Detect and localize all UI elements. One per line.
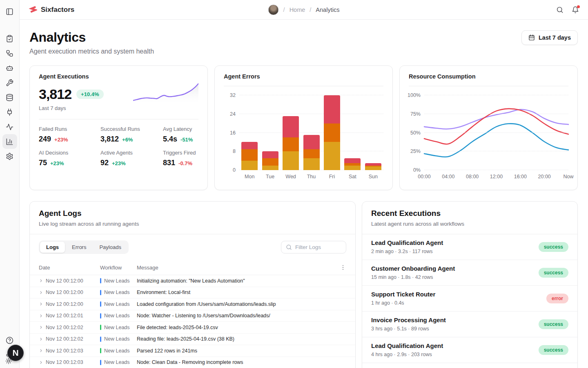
execution-row[interactable]: Lead Qualification Agent4 hrs ago · 2.9s… xyxy=(362,337,577,363)
bar-segment-medium xyxy=(283,137,299,151)
search-icon[interactable] xyxy=(556,6,564,13)
chevron-right-icon[interactable] xyxy=(39,314,46,318)
bar-segment-low xyxy=(303,158,320,170)
bar-segment-critical xyxy=(241,142,258,149)
execution-meta: 2 min ago · 3.2s · 117 rows xyxy=(371,249,443,254)
agent-errors-yaxis: 08162432 xyxy=(224,95,239,170)
y-axis-label: 0 xyxy=(233,167,236,173)
log-row[interactable]: Nov 12 00:12:03New LeadsNode: Clean Data… xyxy=(30,357,355,368)
notification-dot xyxy=(577,5,580,8)
execution-row[interactable]: Lead Qualification Agent2 min ago · 3.2s… xyxy=(362,234,577,260)
log-row[interactable]: Nov 12 00:12:00New LeadsInitializing aut… xyxy=(30,275,355,287)
panel-toggle-icon[interactable] xyxy=(2,4,17,19)
app-root: N Sixfactors /Home/Analytics xyxy=(0,0,588,368)
settings-icon[interactable] xyxy=(2,149,17,164)
status-badge: success xyxy=(539,345,568,355)
execution-row[interactable]: Invoice Processing Agent3 hrs ago · 5.1s… xyxy=(362,312,577,337)
log-row[interactable]: Nov 12 00:12:00New LeadsLoaded configura… xyxy=(30,298,355,310)
filter-logs-input[interactable] xyxy=(281,241,346,254)
tab-errors[interactable]: Errors xyxy=(66,242,92,253)
workflow-icon[interactable] xyxy=(2,46,17,61)
bar-segment-critical xyxy=(303,135,320,149)
bot-icon[interactable] xyxy=(2,61,17,75)
stat-delta: +23% xyxy=(54,137,68,143)
logs-toolbar: LogsErrorsPayloads xyxy=(30,234,355,260)
bar-chart-icon[interactable] xyxy=(2,134,17,149)
execution-name: Invoice Processing Agent xyxy=(371,316,446,323)
stat-delta: +23% xyxy=(112,160,126,166)
bell-icon[interactable] xyxy=(572,6,579,13)
execution-row[interactable]: Support Ticket Router1 hr ago · 0.4serro… xyxy=(362,286,577,312)
bar-segment-low xyxy=(365,166,381,170)
logs-title: Agent Logs xyxy=(39,209,346,218)
bar-segment-medium xyxy=(324,123,340,142)
workflow-color-bar xyxy=(100,348,101,353)
filter-logs-field[interactable] xyxy=(295,244,341,250)
agent-errors-plot xyxy=(239,95,383,170)
page-subtitle: Agent execution metrics and system healt… xyxy=(29,48,154,55)
page-header: Analytics Agent execution metrics and sy… xyxy=(29,29,578,55)
y-axis-label: 100% xyxy=(408,92,421,98)
log-workflow: New Leads xyxy=(100,336,137,342)
calendar-icon xyxy=(528,34,535,41)
executions-delta-badge: +10.4% xyxy=(76,90,103,99)
log-row[interactable]: Nov 12 00:12:03New LeadsParsed 122 rows … xyxy=(30,345,355,357)
main-area: Sixfactors /Home/Analytics Analytics Age xyxy=(20,0,588,368)
nextjs-dev-badge[interactable]: N xyxy=(7,345,24,361)
logs-tabs: LogsErrorsPayloads xyxy=(39,240,129,254)
date-range-button[interactable]: Last 7 days xyxy=(521,30,578,45)
log-row[interactable]: Nov 12 00:12:02New LeadsFile detected: l… xyxy=(30,322,355,334)
status-badge: error xyxy=(546,294,568,303)
stat-value: 3,812+6% xyxy=(100,135,158,144)
resource-xaxis: 00:0004:0008:0012:0016:0020:00Now xyxy=(424,170,568,181)
chevron-right-icon[interactable] xyxy=(39,348,46,353)
breadcrumb-item[interactable]: Analytics xyxy=(316,7,339,13)
tab-payloads[interactable]: Payloads xyxy=(93,242,127,253)
agent-executions-card: Agent Executions 3,812 +10.4% Last 7 day… xyxy=(29,65,208,190)
user-avatar[interactable] xyxy=(268,4,279,15)
execution-row[interactable]: Customer Onboarding Agent15 min ago · 1.… xyxy=(362,260,577,286)
x-axis-label: 20:00 xyxy=(538,174,551,180)
bar-segment-low xyxy=(262,166,278,170)
workflow-color-bar xyxy=(100,325,101,330)
brand[interactable]: Sixfactors xyxy=(29,5,74,14)
workflow-name: New Leads xyxy=(104,289,130,295)
x-axis-label: Sat xyxy=(349,174,356,180)
x-axis-label: Mon xyxy=(245,174,254,180)
chevron-right-icon[interactable] xyxy=(39,278,46,283)
stat-cell: Successful Runs3,812+6% xyxy=(100,126,158,144)
table-menu-icon[interactable] xyxy=(340,264,346,271)
chevron-right-icon[interactable] xyxy=(39,337,46,341)
breadcrumb: /Home/Analytics xyxy=(268,4,340,15)
wrench-icon[interactable] xyxy=(2,75,17,90)
log-message: Node: Clean Data - Removing incomplete r… xyxy=(137,359,243,365)
topbar-actions xyxy=(556,6,579,13)
bar-segment-critical xyxy=(283,116,299,137)
stat-value: 5.4s-51% xyxy=(163,135,198,144)
plug-icon[interactable] xyxy=(2,105,17,119)
activity-icon[interactable] xyxy=(2,119,17,134)
tab-logs[interactable]: Logs xyxy=(40,242,65,253)
chevron-right-icon[interactable] xyxy=(39,290,46,295)
chevron-right-icon[interactable] xyxy=(39,302,46,306)
card-title: Agent Errors xyxy=(224,73,383,80)
log-row[interactable]: Nov 12 00:12:02New LeadsReading file: le… xyxy=(30,334,355,346)
chevron-right-icon[interactable] xyxy=(39,325,46,330)
clipboard-check-icon[interactable] xyxy=(2,31,17,46)
column-workflow: Workflow xyxy=(100,265,137,271)
chevron-right-icon[interactable] xyxy=(39,360,46,365)
status-badge: success xyxy=(539,242,568,252)
database-icon[interactable] xyxy=(2,90,17,105)
bar-segment-critical xyxy=(262,151,278,158)
logs-table-header: Date Workflow Message xyxy=(30,260,355,275)
card-title: Resource Consumption xyxy=(409,73,568,80)
log-row[interactable]: Nov 12 00:12:00New LeadsEnvironment: Loc… xyxy=(30,287,355,299)
log-row[interactable]: Nov 12 00:12:01New LeadsNode: Watcher - … xyxy=(30,310,355,322)
stat-number: 249 xyxy=(39,135,51,144)
log-date: Nov 12 00:12:03 xyxy=(46,348,100,354)
workflow-color-bar xyxy=(100,337,101,342)
card-title: Agent Executions xyxy=(39,73,198,80)
breadcrumb-item[interactable]: Home xyxy=(290,7,305,13)
stat-value: 92+23% xyxy=(100,159,158,167)
bottom-panels: Agent Logs Live log stream across all ru… xyxy=(29,201,578,368)
